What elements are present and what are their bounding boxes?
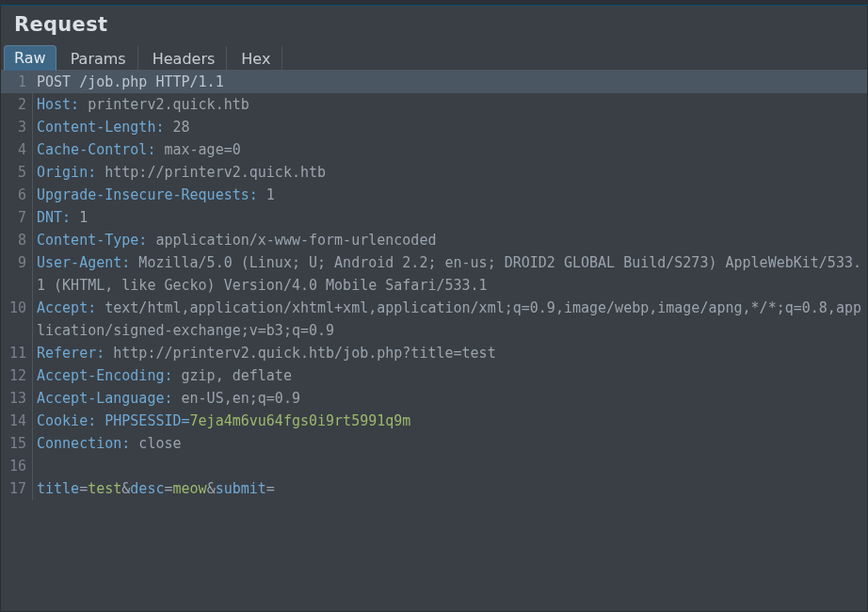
- line-content[interactable]: [33, 455, 867, 477]
- line-number: 13: [1, 387, 33, 410]
- tab-headers[interactable]: Headers: [140, 46, 228, 71]
- editor-line[interactable]: 10Accept: text/html,application/xhtml+xm…: [1, 297, 867, 342]
- line-content[interactable]: Content-Type: application/x-www-form-url…: [33, 229, 867, 251]
- tab-params[interactable]: Params: [58, 46, 138, 71]
- request-editor[interactable]: 1POST /job.php HTTP/1.12Host: printerv2.…: [1, 71, 867, 500]
- line-content[interactable]: Accept: text/html,application/xhtml+xml,…: [33, 297, 867, 342]
- line-content[interactable]: User-Agent: Mozilla/5.0 (Linux; U; Andro…: [33, 251, 867, 297]
- line-number: 9: [1, 251, 33, 297]
- tab-raw[interactable]: Raw: [4, 45, 56, 71]
- line-number: 6: [1, 184, 33, 206]
- panel-title: Request: [1, 6, 867, 45]
- line-number: 17: [1, 477, 33, 500]
- line-content[interactable]: Accept-Encoding: gzip, deflate: [33, 364, 867, 387]
- line-number: 14: [1, 410, 33, 432]
- line-number: 15: [1, 432, 33, 455]
- line-number: 7: [1, 206, 33, 229]
- line-content[interactable]: Cookie: PHPSESSID=7eja4m6vu64fgs0i9rt599…: [33, 410, 867, 432]
- editor-line[interactable]: 8Content-Type: application/x-www-form-ur…: [1, 229, 867, 251]
- tab-hex[interactable]: Hex: [229, 46, 282, 71]
- editor-line[interactable]: 11Referer: http://printerv2.quick.htb/jo…: [1, 342, 867, 364]
- editor-line[interactable]: 15Connection: close: [1, 432, 867, 455]
- line-number: 3: [1, 116, 33, 138]
- line-number: 12: [1, 364, 33, 387]
- line-number: 11: [1, 342, 33, 364]
- line-number: 5: [1, 161, 33, 184]
- line-content[interactable]: POST /job.php HTTP/1.1: [33, 71, 867, 93]
- editor-line[interactable]: 1POST /job.php HTTP/1.1: [1, 71, 867, 93]
- editor-line[interactable]: 12Accept-Encoding: gzip, deflate: [1, 364, 867, 387]
- line-content[interactable]: DNT: 1: [33, 206, 867, 229]
- editor-line[interactable]: 9User-Agent: Mozilla/5.0 (Linux; U; Andr…: [1, 251, 867, 297]
- editor-line[interactable]: 17title=test&desc=meow&submit=: [1, 477, 867, 500]
- editor-line[interactable]: 14Cookie: PHPSESSID=7eja4m6vu64fgs0i9rt5…: [1, 410, 867, 432]
- tab-bar: Raw Params Headers Hex: [1, 45, 867, 71]
- line-content[interactable]: Content-Length: 28: [33, 116, 867, 138]
- line-number: 1: [1, 71, 33, 93]
- line-content[interactable]: Connection: close: [33, 432, 867, 455]
- editor-line[interactable]: 16: [1, 455, 867, 477]
- line-number: 10: [1, 297, 33, 342]
- editor-line[interactable]: 7DNT: 1: [1, 206, 867, 229]
- line-number: 8: [1, 229, 33, 251]
- line-number: 4: [1, 138, 33, 161]
- line-content[interactable]: Upgrade-Insecure-Requests: 1: [33, 184, 867, 206]
- line-content[interactable]: Origin: http://printerv2.quick.htb: [33, 161, 867, 184]
- editor-line[interactable]: 3Content-Length: 28: [1, 116, 867, 138]
- editor-line[interactable]: 5Origin: http://printerv2.quick.htb: [1, 161, 867, 184]
- line-content[interactable]: Host: printerv2.quick.htb: [33, 93, 867, 116]
- line-content[interactable]: Referer: http://printerv2.quick.htb/job.…: [33, 342, 867, 364]
- editor-line[interactable]: 13Accept-Language: en-US,en;q=0.9: [1, 387, 867, 410]
- line-content[interactable]: title=test&desc=meow&submit=: [33, 477, 867, 500]
- editor-line[interactable]: 6Upgrade-Insecure-Requests: 1: [1, 184, 867, 206]
- editor-line[interactable]: 4Cache-Control: max-age=0: [1, 138, 867, 161]
- request-panel: Request Raw Params Headers Hex 1POST /jo…: [0, 6, 868, 612]
- line-content[interactable]: Cache-Control: max-age=0: [33, 138, 867, 161]
- editor-line[interactable]: 2Host: printerv2.quick.htb: [1, 93, 867, 116]
- line-number: 16: [1, 455, 33, 477]
- line-content[interactable]: Accept-Language: en-US,en;q=0.9: [33, 387, 867, 410]
- line-number: 2: [1, 93, 33, 116]
